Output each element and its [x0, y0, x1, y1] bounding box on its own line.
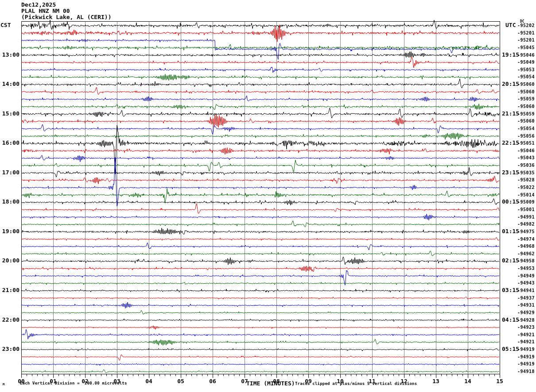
- dc-value: -94928: [517, 318, 535, 323]
- dc-value: -94953: [517, 266, 535, 271]
- clip-note: Traces clipped at plus/minus 5 vertical …: [295, 382, 417, 386]
- dc-value: -95059: [517, 112, 535, 116]
- dc-value: -94919: [517, 347, 535, 352]
- dc-value: -95049: [517, 60, 535, 65]
- dc-value: -95035: [517, 171, 535, 175]
- dc-value: -94921: [517, 340, 535, 344]
- left-time-label: 17:00: [0, 169, 19, 175]
- dc-value: -95036: [517, 163, 535, 168]
- watermark-glyph: M: [3, 383, 4, 386]
- dc-value: -95051: [517, 141, 535, 146]
- utc-time-label: 19:15: [502, 52, 519, 58]
- dc-value: -95046: [517, 53, 535, 58]
- title-station: PLAL HNZ NM 00: [21, 8, 70, 14]
- dc-value: -95060: [517, 90, 535, 94]
- dc-value: -95201: [517, 38, 535, 42]
- dc-value: -94923: [517, 325, 535, 330]
- dc-value: -95056: [517, 134, 535, 138]
- dc-value: -95028: [517, 178, 535, 182]
- left-time-label: 23:00: [0, 346, 19, 352]
- dc-value: -94931: [517, 303, 535, 307]
- dc-value: -94975: [517, 230, 535, 234]
- x-tick-label: 13: [429, 378, 443, 384]
- dc-value: -95022: [517, 185, 535, 190]
- utc-time-label: 05:15: [502, 346, 519, 352]
- dc-value: -94958: [517, 259, 535, 263]
- utc-time-label: 20:15: [502, 81, 519, 87]
- left-time-label: 21:00: [0, 287, 19, 293]
- dc-value: -95060: [517, 82, 535, 87]
- title-date: Dec12,2025: [21, 2, 56, 8]
- utc-time-label: 02:15: [502, 257, 519, 263]
- x-tick-label: 06: [206, 378, 219, 384]
- utc-time-label: 22:15: [502, 140, 519, 146]
- dc-value: -95046: [517, 149, 535, 153]
- utc-time-label: 21:15: [502, 111, 519, 116]
- dc-value: -95054: [517, 75, 535, 79]
- x-tick-label: 05: [174, 378, 187, 384]
- seismogram-canvas: [0, 0, 536, 392]
- right-timezone-label: UTC: [505, 22, 516, 28]
- dc-value: -95054: [517, 127, 535, 131]
- utc-time-label: 01:15: [502, 228, 519, 234]
- dc-value: -94919: [517, 355, 535, 359]
- dc-value: -94949: [517, 274, 535, 278]
- dc-value: -94919: [517, 362, 535, 366]
- utc-time-label: 23:15: [502, 169, 519, 175]
- dc-value: -95045: [517, 46, 535, 50]
- dc-value: -95053: [517, 68, 535, 72]
- left-time-label: 14:00: [0, 81, 19, 87]
- utc-time-label: 00:15: [502, 199, 519, 204]
- x-axis-title: TIME (MINUTES): [246, 380, 295, 386]
- utc-time-label: 03:15: [502, 287, 519, 293]
- dc-value: -95201: [517, 31, 535, 35]
- left-timezone-label: CST: [0, 22, 11, 28]
- dc-value: -94941: [517, 288, 535, 293]
- dc-value: -94982: [517, 222, 535, 227]
- utc-time-label: 04:15: [502, 317, 519, 323]
- dc-value: -95014: [517, 193, 535, 197]
- left-time-label: 15:00: [0, 111, 19, 116]
- dc-value: -95059: [517, 97, 535, 101]
- left-time-label: 13:00: [0, 52, 19, 58]
- dc-value: -94937: [517, 296, 535, 300]
- left-time-label: 18:00: [0, 199, 19, 204]
- dc-value: -94962: [517, 252, 535, 256]
- scale-note: Each Vertical Division = 200.00 microvol…: [20, 381, 127, 385]
- dc-value: -94918: [517, 369, 535, 374]
- title-location: (Pickwick Lake, AL (CERI)): [21, 14, 112, 20]
- left-time-label: 19:00: [0, 228, 19, 234]
- x-tick-label: 15: [493, 378, 506, 384]
- dc-value: -95202: [517, 23, 535, 28]
- dc-value: -94929: [517, 311, 535, 315]
- left-time-label: 16:00: [0, 140, 19, 146]
- dc-value: -95060: [517, 119, 535, 123]
- dc-value: -95043: [517, 156, 535, 160]
- dc-value: -94943: [517, 281, 535, 285]
- dc-value: -94921: [517, 333, 535, 337]
- x-tick-label: 04: [142, 378, 155, 384]
- dc-value: -94991: [517, 215, 535, 219]
- dc-value: -94974: [517, 237, 535, 242]
- x-tick-label: 14: [461, 378, 474, 384]
- left-time-label: 22:00: [0, 317, 19, 323]
- dc-value: -95001: [517, 208, 535, 212]
- helicorder-screen: Dec12,2025 PLAL HNZ NM 00 (Pickwick Lake…: [0, 0, 536, 392]
- dc-value: -95009: [517, 200, 535, 204]
- left-time-label: 20:00: [0, 257, 19, 263]
- dc-value: -94968: [517, 244, 535, 249]
- dc-value: -95060: [517, 104, 535, 109]
